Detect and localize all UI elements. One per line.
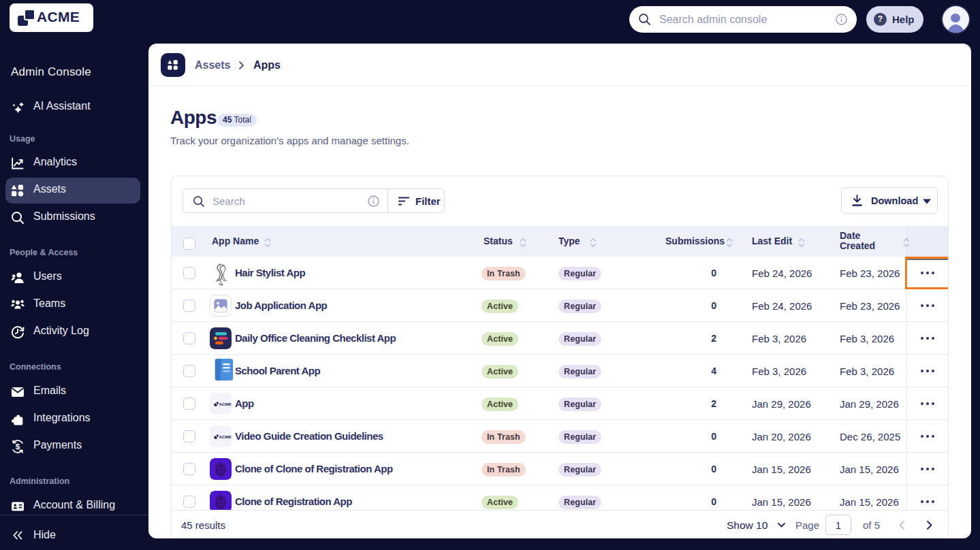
svg-text:ACME: ACME [219,402,232,406]
svg-text:ACME: ACME [219,434,232,439]
svg-text:$: $ [16,442,20,451]
